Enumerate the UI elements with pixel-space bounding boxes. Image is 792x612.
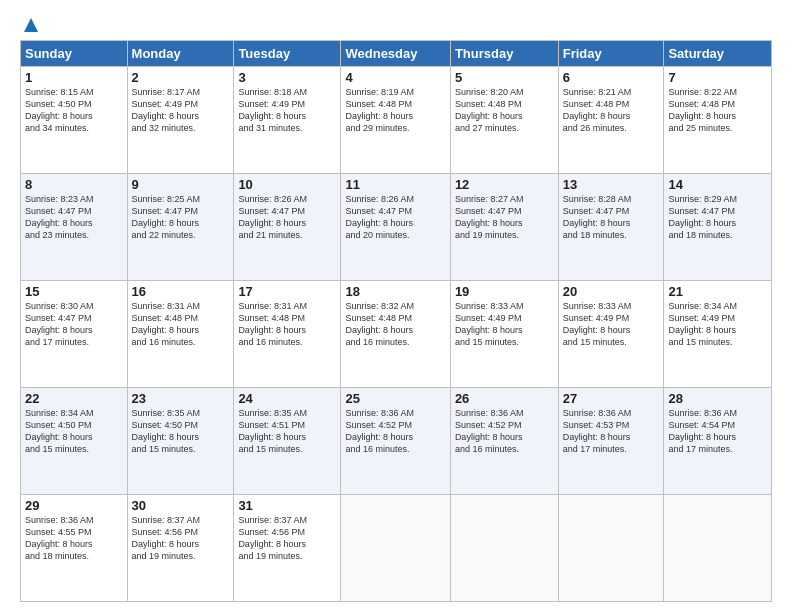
logo-text <box>20 16 40 34</box>
day-info: Sunrise: 8:33 AMSunset: 4:49 PMDaylight:… <box>455 300 554 349</box>
day-info: Sunrise: 8:36 AMSunset: 4:52 PMDaylight:… <box>345 407 445 456</box>
day-number: 31 <box>238 498 336 513</box>
day-number: 25 <box>345 391 445 406</box>
day-info: Sunrise: 8:26 AMSunset: 4:47 PMDaylight:… <box>238 193 336 242</box>
calendar-cell <box>664 495 772 602</box>
day-info: Sunrise: 8:37 AMSunset: 4:56 PMDaylight:… <box>238 514 336 563</box>
logo <box>20 16 40 32</box>
day-number: 21 <box>668 284 767 299</box>
day-info: Sunrise: 8:34 AMSunset: 4:49 PMDaylight:… <box>668 300 767 349</box>
day-number: 24 <box>238 391 336 406</box>
calendar-cell: 27Sunrise: 8:36 AMSunset: 4:53 PMDayligh… <box>558 388 664 495</box>
day-info: Sunrise: 8:32 AMSunset: 4:48 PMDaylight:… <box>345 300 445 349</box>
day-info: Sunrise: 8:35 AMSunset: 4:51 PMDaylight:… <box>238 407 336 456</box>
svg-marker-0 <box>24 18 38 32</box>
day-info: Sunrise: 8:33 AMSunset: 4:49 PMDaylight:… <box>563 300 660 349</box>
day-number: 28 <box>668 391 767 406</box>
calendar-week-4: 22Sunrise: 8:34 AMSunset: 4:50 PMDayligh… <box>21 388 772 495</box>
day-number: 29 <box>25 498 123 513</box>
weekday-header-friday: Friday <box>558 41 664 67</box>
weekday-header-sunday: Sunday <box>21 41 128 67</box>
header <box>20 16 772 32</box>
day-number: 19 <box>455 284 554 299</box>
day-info: Sunrise: 8:31 AMSunset: 4:48 PMDaylight:… <box>132 300 230 349</box>
calendar-cell <box>341 495 450 602</box>
day-number: 11 <box>345 177 445 192</box>
day-number: 23 <box>132 391 230 406</box>
day-info: Sunrise: 8:37 AMSunset: 4:56 PMDaylight:… <box>132 514 230 563</box>
day-number: 17 <box>238 284 336 299</box>
calendar-cell: 3Sunrise: 8:18 AMSunset: 4:49 PMDaylight… <box>234 67 341 174</box>
day-number: 18 <box>345 284 445 299</box>
day-number: 3 <box>238 70 336 85</box>
calendar-cell: 17Sunrise: 8:31 AMSunset: 4:48 PMDayligh… <box>234 281 341 388</box>
day-info: Sunrise: 8:22 AMSunset: 4:48 PMDaylight:… <box>668 86 767 135</box>
day-number: 14 <box>668 177 767 192</box>
day-info: Sunrise: 8:29 AMSunset: 4:47 PMDaylight:… <box>668 193 767 242</box>
day-info: Sunrise: 8:31 AMSunset: 4:48 PMDaylight:… <box>238 300 336 349</box>
calendar-cell: 19Sunrise: 8:33 AMSunset: 4:49 PMDayligh… <box>450 281 558 388</box>
day-info: Sunrise: 8:36 AMSunset: 4:52 PMDaylight:… <box>455 407 554 456</box>
day-number: 1 <box>25 70 123 85</box>
calendar-header-row: SundayMondayTuesdayWednesdayThursdayFrid… <box>21 41 772 67</box>
weekday-header-tuesday: Tuesday <box>234 41 341 67</box>
day-info: Sunrise: 8:36 AMSunset: 4:53 PMDaylight:… <box>563 407 660 456</box>
day-info: Sunrise: 8:28 AMSunset: 4:47 PMDaylight:… <box>563 193 660 242</box>
calendar-week-3: 15Sunrise: 8:30 AMSunset: 4:47 PMDayligh… <box>21 281 772 388</box>
day-number: 4 <box>345 70 445 85</box>
calendar-cell: 21Sunrise: 8:34 AMSunset: 4:49 PMDayligh… <box>664 281 772 388</box>
calendar-cell: 26Sunrise: 8:36 AMSunset: 4:52 PMDayligh… <box>450 388 558 495</box>
weekday-header-thursday: Thursday <box>450 41 558 67</box>
calendar-cell: 11Sunrise: 8:26 AMSunset: 4:47 PMDayligh… <box>341 174 450 281</box>
calendar-cell: 2Sunrise: 8:17 AMSunset: 4:49 PMDaylight… <box>127 67 234 174</box>
day-number: 9 <box>132 177 230 192</box>
day-number: 16 <box>132 284 230 299</box>
calendar-cell: 22Sunrise: 8:34 AMSunset: 4:50 PMDayligh… <box>21 388 128 495</box>
calendar-cell <box>450 495 558 602</box>
calendar-cell: 25Sunrise: 8:36 AMSunset: 4:52 PMDayligh… <box>341 388 450 495</box>
calendar-week-1: 1Sunrise: 8:15 AMSunset: 4:50 PMDaylight… <box>21 67 772 174</box>
day-info: Sunrise: 8:27 AMSunset: 4:47 PMDaylight:… <box>455 193 554 242</box>
calendar-cell: 24Sunrise: 8:35 AMSunset: 4:51 PMDayligh… <box>234 388 341 495</box>
calendar: SundayMondayTuesdayWednesdayThursdayFrid… <box>20 40 772 602</box>
day-number: 10 <box>238 177 336 192</box>
day-info: Sunrise: 8:20 AMSunset: 4:48 PMDaylight:… <box>455 86 554 135</box>
day-info: Sunrise: 8:21 AMSunset: 4:48 PMDaylight:… <box>563 86 660 135</box>
calendar-cell: 8Sunrise: 8:23 AMSunset: 4:47 PMDaylight… <box>21 174 128 281</box>
day-number: 22 <box>25 391 123 406</box>
day-info: Sunrise: 8:25 AMSunset: 4:47 PMDaylight:… <box>132 193 230 242</box>
day-info: Sunrise: 8:23 AMSunset: 4:47 PMDaylight:… <box>25 193 123 242</box>
day-number: 13 <box>563 177 660 192</box>
weekday-header-saturday: Saturday <box>664 41 772 67</box>
day-info: Sunrise: 8:26 AMSunset: 4:47 PMDaylight:… <box>345 193 445 242</box>
calendar-cell: 10Sunrise: 8:26 AMSunset: 4:47 PMDayligh… <box>234 174 341 281</box>
day-info: Sunrise: 8:36 AMSunset: 4:54 PMDaylight:… <box>668 407 767 456</box>
day-number: 30 <box>132 498 230 513</box>
calendar-cell: 13Sunrise: 8:28 AMSunset: 4:47 PMDayligh… <box>558 174 664 281</box>
day-info: Sunrise: 8:34 AMSunset: 4:50 PMDaylight:… <box>25 407 123 456</box>
calendar-cell: 31Sunrise: 8:37 AMSunset: 4:56 PMDayligh… <box>234 495 341 602</box>
day-info: Sunrise: 8:36 AMSunset: 4:55 PMDaylight:… <box>25 514 123 563</box>
day-number: 6 <box>563 70 660 85</box>
day-number: 15 <box>25 284 123 299</box>
day-number: 26 <box>455 391 554 406</box>
calendar-cell: 15Sunrise: 8:30 AMSunset: 4:47 PMDayligh… <box>21 281 128 388</box>
calendar-cell: 6Sunrise: 8:21 AMSunset: 4:48 PMDaylight… <box>558 67 664 174</box>
calendar-cell: 18Sunrise: 8:32 AMSunset: 4:48 PMDayligh… <box>341 281 450 388</box>
calendar-cell: 5Sunrise: 8:20 AMSunset: 4:48 PMDaylight… <box>450 67 558 174</box>
calendar-cell: 23Sunrise: 8:35 AMSunset: 4:50 PMDayligh… <box>127 388 234 495</box>
calendar-cell: 14Sunrise: 8:29 AMSunset: 4:47 PMDayligh… <box>664 174 772 281</box>
day-info: Sunrise: 8:35 AMSunset: 4:50 PMDaylight:… <box>132 407 230 456</box>
calendar-cell <box>558 495 664 602</box>
day-number: 20 <box>563 284 660 299</box>
calendar-cell: 29Sunrise: 8:36 AMSunset: 4:55 PMDayligh… <box>21 495 128 602</box>
page: SundayMondayTuesdayWednesdayThursdayFrid… <box>0 0 792 612</box>
calendar-cell: 30Sunrise: 8:37 AMSunset: 4:56 PMDayligh… <box>127 495 234 602</box>
calendar-week-5: 29Sunrise: 8:36 AMSunset: 4:55 PMDayligh… <box>21 495 772 602</box>
day-number: 2 <box>132 70 230 85</box>
day-info: Sunrise: 8:15 AMSunset: 4:50 PMDaylight:… <box>25 86 123 135</box>
calendar-cell: 4Sunrise: 8:19 AMSunset: 4:48 PMDaylight… <box>341 67 450 174</box>
day-info: Sunrise: 8:19 AMSunset: 4:48 PMDaylight:… <box>345 86 445 135</box>
logo-icon <box>22 16 40 34</box>
calendar-cell: 9Sunrise: 8:25 AMSunset: 4:47 PMDaylight… <box>127 174 234 281</box>
